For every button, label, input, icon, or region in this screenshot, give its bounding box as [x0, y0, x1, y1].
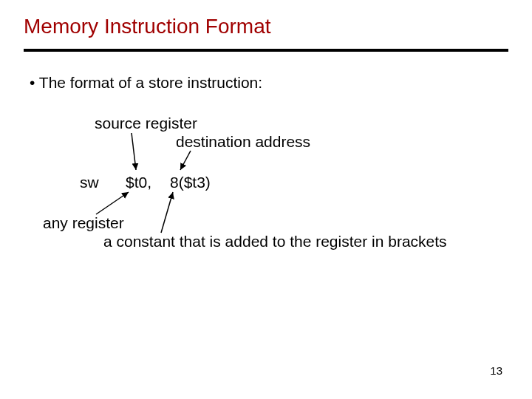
annotation-arrows: [0, 0, 532, 399]
bullet-line: • The format of a store instruction:: [30, 74, 262, 92]
svg-line-2: [96, 192, 129, 214]
svg-line-0: [132, 133, 136, 170]
page-number: 13: [490, 364, 502, 377]
svg-line-1: [180, 151, 191, 170]
instruction-operand2: 8($t3): [170, 174, 211, 191]
title-underline: [24, 49, 508, 52]
svg-line-3: [161, 192, 173, 233]
label-source-register: source register: [95, 115, 197, 132]
label-any-register: any register: [43, 214, 124, 232]
instruction-operand1: $t0,: [126, 174, 151, 191]
label-constant-desc: a constant that is added to the register…: [103, 233, 447, 250]
instruction-opcode: sw: [80, 174, 99, 191]
slide-title: Memory Instruction Format: [24, 15, 271, 38]
label-destination-address: destination address: [176, 133, 310, 151]
